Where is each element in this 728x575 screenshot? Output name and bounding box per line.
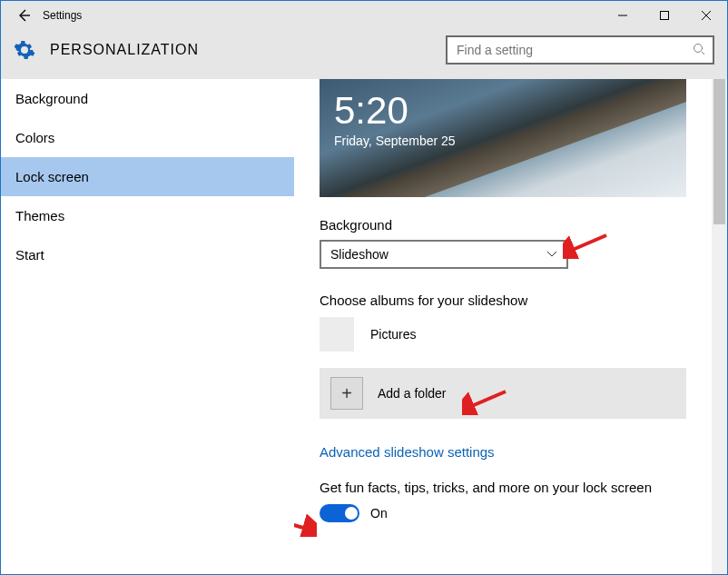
svg-point-1 [694, 44, 703, 52]
tips-label: Get fun facts, tips, tricks, and more on… [320, 480, 686, 495]
album-thumbnail [320, 317, 354, 352]
sidebar-item-start[interactable]: Start [1, 235, 294, 274]
back-button[interactable] [10, 7, 37, 24]
header: PERSONALIZATION [1, 30, 727, 79]
background-label: Background [320, 217, 686, 233]
albums-label: Choose albums for your slideshow [320, 292, 686, 308]
window-title: Settings [43, 9, 602, 22]
plus-icon: + [330, 377, 363, 410]
background-dropdown-value: Slideshow [330, 247, 389, 262]
minimize-icon [618, 11, 627, 20]
sidebar-item-themes[interactable]: Themes [1, 196, 294, 235]
background-dropdown[interactable]: Slideshow [320, 240, 568, 269]
sidebar-item-background[interactable]: Background [1, 79, 294, 118]
content-pane: 5:20 Friday, September 25 Background Sli… [294, 79, 727, 574]
preview-date: Friday, September 25 [334, 134, 672, 148]
tips-toggle[interactable] [320, 504, 359, 522]
search-input[interactable] [455, 42, 693, 58]
toggle-knob [345, 507, 358, 520]
advanced-slideshow-link[interactable]: Advanced slideshow settings [320, 444, 686, 460]
add-folder-button[interactable]: + Add a folder [320, 368, 686, 419]
window-controls [602, 1, 727, 30]
search-box[interactable] [446, 35, 714, 64]
maximize-icon [660, 11, 669, 20]
sidebar-item-colors[interactable]: Colors [1, 118, 294, 157]
svg-rect-0 [661, 12, 669, 20]
scrollbar-thumb[interactable] [713, 79, 725, 224]
sidebar: Background Colors Lock screen Themes Sta… [1, 79, 294, 574]
lock-screen-preview: 5:20 Friday, September 25 [320, 79, 686, 197]
minimize-button[interactable] [602, 1, 644, 30]
scrollbar[interactable] [712, 79, 727, 574]
maximize-button[interactable] [644, 1, 685, 30]
toggle-state-label: On [370, 506, 388, 520]
album-row[interactable]: Pictures [320, 317, 686, 352]
album-name: Pictures [370, 327, 417, 342]
close-button[interactable] [685, 1, 727, 30]
titlebar: Settings [1, 1, 727, 30]
search-icon [693, 43, 705, 58]
tips-toggle-row: On [320, 504, 686, 522]
back-arrow-icon [15, 7, 32, 24]
section-title: PERSONALIZATION [50, 42, 199, 58]
close-icon [702, 11, 711, 20]
sidebar-item-lock-screen[interactable]: Lock screen [1, 157, 294, 196]
preview-time: 5:20 [334, 92, 672, 130]
add-folder-label: Add a folder [378, 386, 447, 401]
gear-icon [14, 39, 35, 61]
chevron-down-icon [546, 248, 557, 261]
